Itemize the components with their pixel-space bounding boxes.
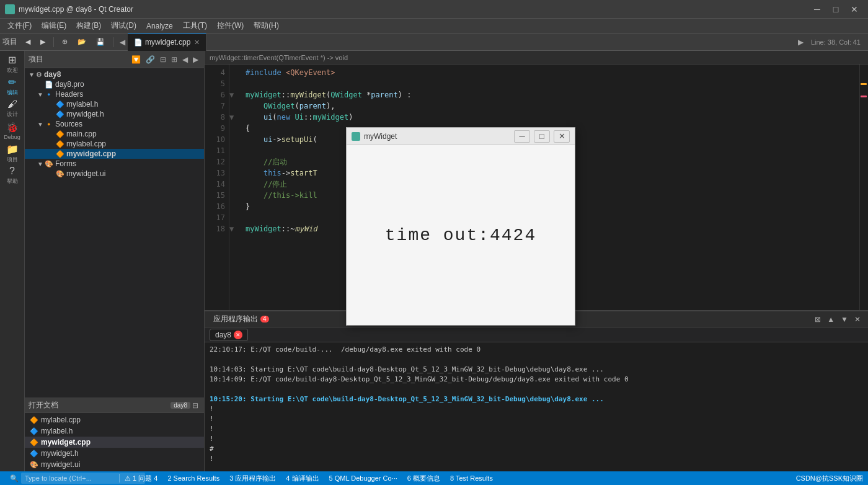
menu-build[interactable]: 构建(B) — [71, 19, 106, 32]
bottom-down-btn[interactable]: ▼ — [838, 314, 851, 325]
statusbar: 🔍 ⚠ 1 问题 4 2 Search Results 3 应用程序输出 4 编… — [0, 471, 868, 485]
fold-arrow-8[interactable]: ▼ — [229, 112, 241, 123]
bottom-clear-btn[interactable]: ⊠ — [812, 314, 823, 325]
tab-close-button[interactable]: ✕ — [194, 38, 200, 47]
project-nav-left[interactable]: ◀ — [180, 55, 190, 65]
tab-label: mywidget.cpp — [145, 38, 190, 47]
day8-tab[interactable]: day8 ✕ — [210, 329, 248, 341]
status-app-output[interactable]: 3 应用程序输出 — [224, 471, 281, 485]
toolbar-project-label: 项目 — [2, 37, 17, 47]
tree-label-mylabelcpp: mylabel.cpp — [66, 140, 106, 148]
sidebar-welcome[interactable]: ⊞ 欢迎 — [2, 53, 23, 74]
status-right: CSDN@抗SSK知识圈 — [796, 474, 863, 483]
od-item-mywidgetcpp[interactable]: 🔶 mywidget.cpp — [25, 437, 204, 448]
editor-tab-mywidget-cpp[interactable]: 📄 mywidget.cpp ✕ — [128, 33, 206, 51]
menu-help[interactable]: 帮助(H) — [249, 19, 284, 32]
sidebar-debug[interactable]: 🐞 Debug — [2, 120, 23, 141]
menu-tools[interactable]: 工具(T) — [178, 19, 212, 32]
status-qml-debugger[interactable]: 5 QML Debugger Co··· — [324, 471, 402, 485]
sidebar-design[interactable]: 🖌 设计 — [2, 98, 23, 119]
maximize-button[interactable]: □ — [827, 3, 844, 16]
menu-file[interactable]: 文件(F) — [2, 19, 37, 32]
fold-arrow-6[interactable]: ▼ — [229, 89, 241, 100]
output-line-7: ! — [210, 424, 863, 434]
output-subtab-bar: day8 ✕ — [205, 327, 868, 342]
toolbar-forward-button[interactable]: ▶ — [36, 36, 50, 48]
tab-nav-left[interactable]: ◀ — [117, 38, 128, 47]
output-content[interactable]: 22:10:17: E:/QT code/build-... /debug/da… — [205, 342, 868, 471]
sidebar-help[interactable]: ? 帮助 — [2, 165, 23, 186]
tree-item-mywidgetui[interactable]: 🎨 mywidget.ui — [25, 169, 204, 179]
status-problems[interactable]: ⚠ 1 问题 4 — [120, 471, 162, 485]
sidebar: ⊞ 欢迎 ✏ 编辑 🖌 设计 🐞 Debug 📁 项目 ? 帮助 — [0, 51, 25, 471]
tree-item-day8[interactable]: ▼ ⚙ day8 — [25, 69, 204, 79]
od-item-mywidgetui[interactable]: 🎨 mywidget.ui — [25, 459, 204, 470]
tree-icon-mylabelh: 🔷 — [56, 100, 64, 109]
status-overview-label: 6 概要信息 — [407, 474, 440, 483]
tree-item-mywidgeth[interactable]: 🔷 mywidget.h — [25, 109, 204, 119]
tree-icon-mywidgeth: 🔷 — [56, 110, 64, 118]
tree-item-headers[interactable]: ▼ 🔹 Headers — [25, 89, 204, 99]
open-docs-collapse-btn[interactable]: ⊟ — [190, 401, 200, 411]
widget-minimize-button[interactable]: ─ — [514, 130, 530, 143]
fold-arrow-18[interactable]: ▼ — [229, 223, 241, 234]
close-button[interactable]: ✕ — [846, 3, 863, 16]
status-search-results[interactable]: 2 Search Results — [162, 471, 224, 485]
file-tree: ▼ ⚙ day8 📄 day8.pro ▼ 🔹 Headers — [25, 68, 204, 398]
toolbar-new-file-button[interactable]: ⊕ — [58, 36, 72, 48]
output-line-3: 10:14:09: E:/QT code/build-day8-Desktop_… — [210, 375, 863, 385]
bottom-tab-output[interactable]: 应用程序输出 4 — [207, 311, 275, 327]
open-documents-panel: 打开文档 day8 ⊟ 🔶 mylabel.cpp 🔷 mylabel.h 🔶 … — [25, 398, 204, 471]
tree-item-mylabelh[interactable]: 🔷 mylabel.h — [25, 99, 204, 109]
tree-item-maincpp[interactable]: 🔶 main.cpp — [25, 129, 204, 139]
project-expand-button[interactable]: ⊞ — [169, 55, 179, 65]
od-item-mylabelh[interactable]: 🔷 mylabel.h — [25, 425, 204, 437]
code-line-6: myWidget::myWidget(QWidget *parent) : — [246, 89, 854, 100]
widget-maximize-button[interactable]: □ — [534, 130, 550, 143]
toolbar-save-button[interactable]: 💾 — [92, 36, 109, 48]
tree-item-day8pro[interactable]: 📄 day8.pro — [25, 79, 204, 89]
od-icon-mylabelcpp: 🔶 — [30, 416, 38, 424]
bottom-close-btn[interactable]: ✕ — [852, 314, 863, 325]
status-compile-output[interactable]: 4 编译输出 — [281, 471, 324, 485]
od-item-mylabelcpp[interactable]: 🔶 mylabel.cpp — [25, 414, 204, 425]
od-label-mywidgeth: mywidget.h — [41, 449, 79, 458]
project-filter-button[interactable]: 🔽 — [130, 55, 143, 65]
od-label-mylabelh: mylabel.h — [41, 427, 73, 435]
bottom-up-btn[interactable]: ▲ — [825, 314, 837, 325]
toolbar-back-button[interactable]: ◀ — [21, 36, 35, 48]
status-qml-label: 5 QML Debugger Co··· — [329, 474, 397, 482]
toolbar-open-button[interactable]: 📂 — [73, 36, 91, 48]
edit-icon: ✏ — [8, 76, 16, 88]
project-nav-right[interactable]: ▶ — [191, 55, 200, 65]
tree-item-sources[interactable]: ▼ 🔸 Sources — [25, 119, 204, 129]
status-test-results[interactable]: 8 Test Results — [445, 471, 498, 485]
tree-item-mywidgetcpp[interactable]: 🔶 mywidget.cpp — [25, 149, 204, 159]
minimize-button[interactable]: ─ — [808, 3, 826, 16]
od-item-mywidgeth[interactable]: 🔷 mywidget.h — [25, 448, 204, 459]
menu-debug[interactable]: 调试(D) — [106, 19, 141, 32]
tab-nav-right[interactable]: ▶ — [795, 38, 806, 47]
bottom-tab-output-label: 应用程序输出 — [213, 314, 258, 324]
tree-item-mylabelcpp[interactable]: 🔶 mylabel.cpp — [25, 139, 204, 149]
menu-edit[interactable]: 编辑(E) — [37, 19, 71, 32]
menu-controls[interactable]: 控件(W) — [212, 19, 249, 32]
code-line-4: #include <QKeyEvent> — [246, 67, 854, 78]
sidebar-project[interactable]: 📁 项目 — [2, 143, 23, 164]
open-docs-header: 打开文档 day8 ⊟ — [25, 398, 204, 413]
timeout-display: time out:4424 — [385, 226, 536, 245]
project-collapse-button[interactable]: ⊟ — [158, 55, 168, 65]
code-line-7: QWidget(parent), — [246, 100, 854, 112]
menu-analyze[interactable]: Analyze — [141, 20, 178, 32]
tree-item-forms[interactable]: ▼ 🎨 Forms — [25, 159, 204, 169]
search-icon: 🔍 — [10, 474, 19, 483]
sidebar-edit[interactable]: ✏ 编辑 — [2, 76, 23, 97]
help-icon: ? — [9, 166, 15, 177]
fold-arrows-column: ▼ ▼ ▼ — [229, 65, 241, 310]
sidebar-help-label: 帮助 — [7, 177, 18, 185]
day8-tab-close[interactable]: ✕ — [234, 331, 242, 339]
project-sync-button[interactable]: 🔗 — [144, 55, 157, 65]
widget-close-button[interactable]: ✕ — [554, 130, 570, 143]
widget-window: myWidget ─ □ ✕ time out:4424 — [346, 127, 575, 326]
status-overview[interactable]: 6 概要信息 — [402, 471, 445, 485]
